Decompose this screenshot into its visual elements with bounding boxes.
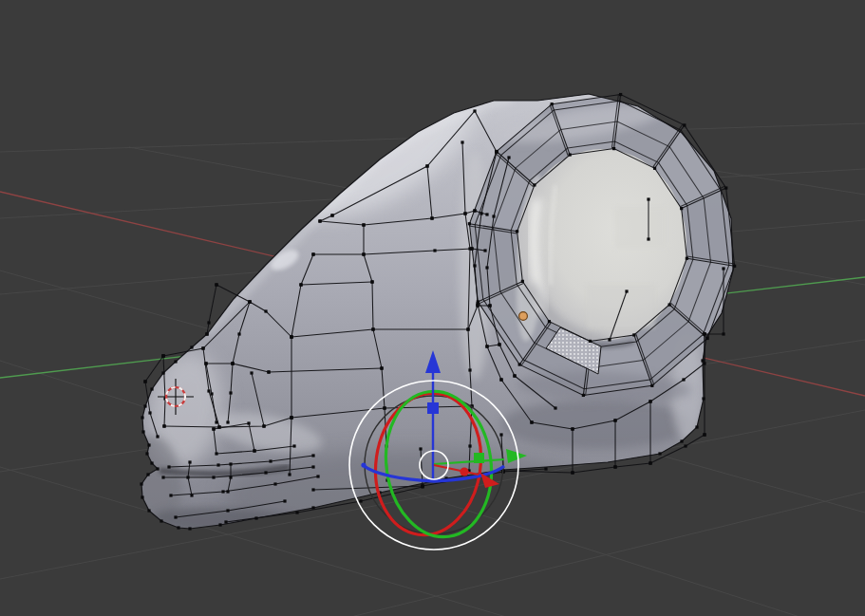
viewport-canvas[interactable] <box>0 0 865 616</box>
gizmo-scale-y-handle[interactable] <box>474 453 484 463</box>
3d-viewport[interactable] <box>0 0 865 616</box>
gizmo-rotate-z-tip[interactable] <box>361 462 366 467</box>
object-origin <box>519 312 528 321</box>
gizmo-scale-x-handle[interactable] <box>460 467 468 476</box>
gizmo-scale-z-handle[interactable] <box>427 402 439 414</box>
